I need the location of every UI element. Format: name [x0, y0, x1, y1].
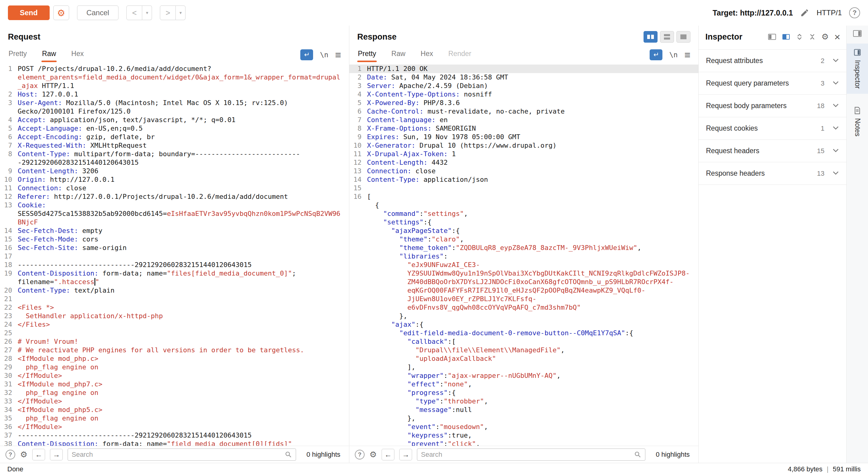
code-line[interactable]: 5X-Powered-By: PHP/8.3.6 — [349, 99, 699, 107]
tab-render[interactable]: Render — [448, 47, 472, 60]
word-wrap-toggle-button[interactable]: ↵ — [300, 49, 313, 60]
prev-match-button[interactable]: ← — [32, 449, 45, 461]
code-line[interactable]: 25 — [0, 329, 349, 337]
inspector-close-button[interactable]: × — [834, 32, 840, 42]
code-line[interactable]: 32 php_flag engine on — [0, 388, 349, 397]
tab-raw[interactable]: Raw — [391, 47, 406, 60]
search-help-button[interactable]: ? — [5, 450, 15, 460]
code-line[interactable]: 17 — [0, 252, 349, 261]
code-line[interactable]: 10X-Generator: Drupal 10 (https://www.dr… — [349, 141, 699, 150]
code-line[interactable]: "effect":"none", — [349, 380, 699, 388]
code-line[interactable]: 15Sec-Fetch-Mode: cors — [0, 235, 349, 244]
code-line[interactable]: "libraries": — [349, 252, 699, 261]
request-editor[interactable]: 1POST /Projects/drupal-10.2.6/media/add/… — [0, 63, 349, 446]
code-line[interactable]: "type":"throbber", — [349, 397, 699, 406]
code-line[interactable]: 30</IfModule> — [0, 372, 349, 380]
code-line[interactable]: "wrapper":"ajax-wrapper--nUGbUMnY-AQ", — [349, 372, 699, 380]
show-newlines-button[interactable]: \n — [320, 51, 328, 59]
code-line[interactable]: 12Content-Length: 4432 — [349, 158, 699, 167]
code-line[interactable]: 16[ — [349, 192, 699, 201]
code-line[interactable]: "prevent":"click", — [349, 440, 699, 446]
code-line[interactable]: 20Content-Type: text/plain — [0, 286, 349, 295]
code-line[interactable]: ], — [349, 363, 699, 372]
code-line[interactable]: 23 SetHandler application/x-httpd-php — [0, 312, 349, 320]
code-line[interactable]: 14Sec-Fetch-Dest: empty — [0, 226, 349, 235]
inspector-section-request-query-parameters[interactable]: Request query parameters3 — [699, 72, 846, 95]
cancel-button[interactable]: Cancel — [77, 5, 119, 20]
code-line[interactable]: 18-----------------------------292129206… — [0, 261, 349, 269]
code-line[interactable]: 35 php_flag engine on — [0, 414, 349, 423]
code-line[interactable]: "message":null — [349, 406, 699, 414]
layout-single-button[interactable] — [676, 31, 690, 43]
code-line[interactable]: 2Date: Sat, 04 May 2024 18:36:58 GMT — [349, 73, 699, 82]
code-line[interactable]: 37-----------------------------292129206… — [0, 431, 349, 440]
code-line[interactable]: 4Accept: application/json, text/javascri… — [0, 116, 349, 124]
side-tab-notes[interactable]: Notes — [847, 102, 868, 141]
next-match-button[interactable]: → — [50, 449, 63, 461]
tab-pretty[interactable]: Pretty — [357, 47, 377, 60]
back-dropdown-button[interactable]: ▾ — [142, 5, 152, 20]
tab-raw[interactable]: Raw — [41, 47, 57, 60]
code-line[interactable]: "eJx9UNFuwzAI_CE3-YZ9SUUIWdmw8Qyu1n19nSp… — [349, 261, 699, 312]
code-line[interactable]: "event":"mousedown", — [349, 423, 699, 431]
code-line[interactable]: "keypress":true, — [349, 431, 699, 440]
code-line[interactable]: }, — [349, 414, 699, 423]
code-line[interactable]: 3Server: Apache/2.4.59 (Debian) — [349, 82, 699, 90]
help-button[interactable]: ? — [849, 7, 860, 18]
code-line[interactable]: 4X-Content-Type-Options: nosniff — [349, 90, 699, 99]
edit-target-button[interactable] — [800, 8, 809, 18]
inspector-settings-button[interactable]: ⚙ — [822, 32, 829, 42]
search-settings-button[interactable]: ⚙ — [369, 450, 377, 460]
code-line[interactable]: 3User-Agent: Mozilla/5.0 (Macintosh; Int… — [0, 99, 349, 116]
code-line[interactable]: { — [349, 201, 699, 210]
code-line[interactable]: 26# Vroum! Vroum! — [0, 337, 349, 346]
next-match-button[interactable]: → — [399, 449, 412, 461]
code-line[interactable]: "theme":"claro", — [349, 235, 699, 244]
code-line[interactable]: "theme_token":"ZQDBULqR8_eypZ8eA78_8azcT… — [349, 244, 699, 252]
inspector-section-response-headers[interactable]: Response headers13 — [699, 162, 846, 185]
code-line[interactable]: "settings":{ — [349, 218, 699, 226]
inspector-section-request-headers[interactable]: Request headers15 — [699, 140, 846, 162]
forward-dropdown-button[interactable]: ▾ — [176, 5, 185, 20]
code-line[interactable]: 5Accept-Language: en-US,en;q=0.5 — [0, 124, 349, 133]
layout-side-by-side-button[interactable] — [644, 31, 657, 43]
code-line[interactable]: 19Content-Disposition: form-data; name="… — [0, 269, 349, 286]
code-line[interactable]: 7Content-language: en — [349, 116, 699, 124]
code-line[interactable]: "uploadAjaxCallback" — [349, 354, 699, 363]
expand-all-button[interactable] — [796, 33, 803, 40]
code-line[interactable]: "edit-field-media-document-0-remove-butt… — [349, 329, 699, 337]
search-input[interactable] — [71, 451, 285, 458]
back-button[interactable]: < — [126, 5, 142, 20]
code-line[interactable]: 13Connection: close — [349, 167, 699, 176]
code-line[interactable]: 6Cache-Control: must-revalidate, no-cach… — [349, 107, 699, 116]
inspector-section-request-body-parameters[interactable]: Request body parameters18 — [699, 95, 846, 117]
code-line[interactable]: 6Accept-Encoding: gzip, deflate, br — [0, 133, 349, 141]
code-line[interactable]: 1HTTP/1.1 200 OK — [349, 65, 699, 73]
code-line[interactable]: 27# We reactivate PHP engines for all ve… — [0, 346, 349, 354]
inspector-section-request-cookies[interactable]: Request cookies1 — [699, 117, 846, 140]
code-line[interactable]: 11X-Drupal-Ajax-Token: 1 — [349, 150, 699, 158]
code-line[interactable]: "command":"settings", — [349, 210, 699, 218]
inspector-dock-left-button[interactable] — [768, 33, 776, 40]
prev-match-button[interactable]: ← — [382, 449, 394, 461]
code-line[interactable]: 12Referer: http://127.0.0.1/Projects/dru… — [0, 192, 349, 201]
code-line[interactable]: 31<IfModule mod_php7.c> — [0, 380, 349, 388]
layout-stacked-button[interactable] — [660, 31, 674, 43]
code-line[interactable]: 21 — [0, 295, 349, 303]
inspector-section-request-attributes[interactable]: Request attributes2 — [699, 50, 846, 72]
code-line[interactable]: 33</IfModule> — [0, 397, 349, 406]
code-line[interactable]: 36</IfModule> — [0, 423, 349, 431]
inspector-dock-right-button[interactable] — [782, 33, 790, 40]
tab-pretty[interactable]: Pretty — [8, 47, 27, 60]
code-line[interactable]: "progress":{ — [349, 388, 699, 397]
tab-hex[interactable]: Hex — [71, 47, 84, 60]
code-line[interactable]: 10Origin: http://127.0.0.1 — [0, 176, 349, 184]
search-input[interactable] — [421, 451, 634, 458]
send-settings-button[interactable]: ⚙ — [53, 5, 69, 20]
code-line[interactable]: 14Content-Type: application/json — [349, 176, 699, 184]
code-line[interactable]: "Drupal\\file\\Element\\ManagedFile", — [349, 346, 699, 354]
code-line[interactable]: 29 php_flag engine on — [0, 363, 349, 372]
code-line[interactable]: 9Expires: Sun, 19 Nov 1978 05:00:00 GMT — [349, 133, 699, 141]
side-tab-inspector[interactable]: Inspector — [847, 43, 868, 94]
forward-button[interactable]: > — [160, 5, 176, 20]
